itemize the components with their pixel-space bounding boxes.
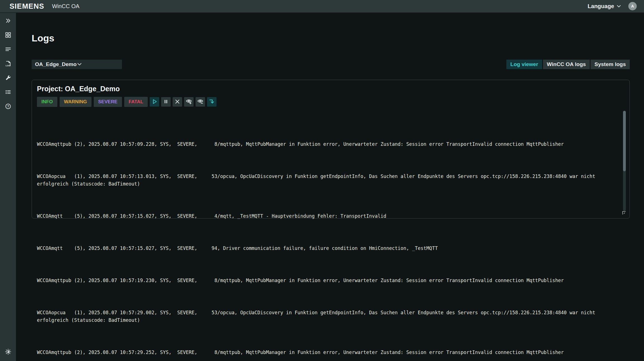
controls-row: OA_Edge_Demo Log viewer WinCC OA logs Sy… [32, 60, 630, 69]
question-circle-icon: ? [5, 103, 11, 109]
clear-button[interactable] [173, 97, 182, 107]
log-entry: WCCOAopcua (1), 2025.08.07 10:57:13.013,… [37, 173, 617, 188]
wrench-icon [5, 75, 11, 81]
scroll-to-end-button[interactable] [207, 97, 217, 107]
sidebar-item-logs[interactable]: LOG [3, 58, 14, 69]
log-source-tabs: Log viewer WinCC OA logs System logs [506, 60, 630, 69]
topbar-right: Language A [588, 2, 637, 10]
panel-title: Project: OA_Edge_Demo [37, 85, 629, 93]
pause-button[interactable] [161, 97, 171, 107]
severity-filter-button[interactable]: INFO [37, 97, 57, 107]
eye-plus-icon [185, 98, 192, 106]
grid-icon [5, 32, 11, 38]
log-entry: WCCOAmqtt (5), 2025.08.07 10:57:15.027, … [37, 245, 617, 252]
siemens-logo: SIEMENS [10, 2, 44, 11]
log-toolbar: INFO WARNING SEVERE FATAL [37, 97, 629, 107]
main-content: Logs OA_Edge_Demo Log viewer WinCC OA lo… [16, 13, 644, 361]
list-icon [5, 89, 11, 95]
watch-add-button[interactable] [184, 97, 194, 107]
log-entry: WCCOAopcua (1), 2025.08.07 10:57:29.002,… [37, 309, 617, 324]
page-title: Logs [32, 33, 644, 43]
play-icon [151, 98, 158, 106]
tab[interactable]: Log viewer [506, 60, 542, 69]
close-icon [174, 98, 181, 106]
log-file-icon: LOG [5, 60, 11, 67]
language-menu[interactable]: Language [588, 3, 621, 10]
avatar-initial: A [631, 4, 634, 8]
topbar: SIEMENS WinCC OA Language A [0, 0, 644, 13]
severity-filter-button[interactable]: SEVERE [94, 97, 122, 107]
sidebar-item-expand[interactable] [3, 15, 14, 26]
brightness-icon [5, 349, 11, 355]
watch-remove-button[interactable] [196, 97, 205, 107]
sidebar-item-tools[interactable] [3, 72, 14, 83]
theme-toggle-button[interactable] [3, 346, 14, 357]
double-chevron-right-icon [5, 18, 11, 24]
chevron-down-icon [77, 61, 119, 67]
log-entry: WCCOAmqtt (5), 2025.08.07 10:57:15.027, … [37, 212, 617, 220]
sidebar-item-dashboard[interactable] [3, 29, 14, 41]
severity-filters: INFO WARNING SEVERE FATAL [37, 97, 148, 107]
tab[interactable]: System logs [591, 60, 630, 69]
sidebar: LOG ? [0, 13, 16, 361]
play-button[interactable] [150, 97, 159, 107]
resize-handle-icon[interactable] [622, 211, 626, 215]
arrow-turn-down-icon [208, 98, 215, 106]
tab[interactable]: WinCC OA logs [543, 60, 590, 69]
chevron-down-icon [617, 3, 621, 10]
sidebar-item-help[interactable]: ? [3, 101, 14, 112]
scrollbar-thumb[interactable] [623, 111, 626, 171]
lines-icon [5, 46, 11, 52]
svg-text:?: ? [7, 105, 9, 108]
log-scrollbar[interactable] [623, 111, 626, 211]
svg-text:LOG: LOG [6, 64, 10, 67]
log-entry: WCCOAmqttpub (2), 2025.08.07 10:57:29.25… [37, 349, 617, 356]
project-select[interactable]: OA_Edge_Demo [32, 60, 122, 69]
pause-icon [163, 98, 169, 106]
log-entry: WCCOAmqttpub (2), 2025.08.07 10:57:09.22… [37, 140, 617, 148]
app-title: WinCC OA [52, 3, 79, 10]
log-entry: WCCOAmqttpub (2), 2025.08.07 10:57:19.23… [37, 277, 617, 284]
language-label: Language [588, 3, 614, 10]
severity-filter-button[interactable]: FATAL [124, 97, 148, 107]
sidebar-item-list[interactable] [3, 86, 14, 98]
severity-filter-button[interactable]: WARNING [60, 97, 91, 107]
log-panel: Project: OA_Edge_Demo INFO WARNING SEVER… [32, 80, 630, 219]
log-output: WCCOAmqttpub (2), 2025.08.07 10:57:09.22… [37, 110, 617, 361]
avatar[interactable]: A [628, 2, 637, 10]
eye-minus-icon [197, 98, 204, 106]
sidebar-item-menu[interactable] [3, 44, 14, 55]
project-select-value: OA_Edge_Demo [35, 61, 77, 67]
